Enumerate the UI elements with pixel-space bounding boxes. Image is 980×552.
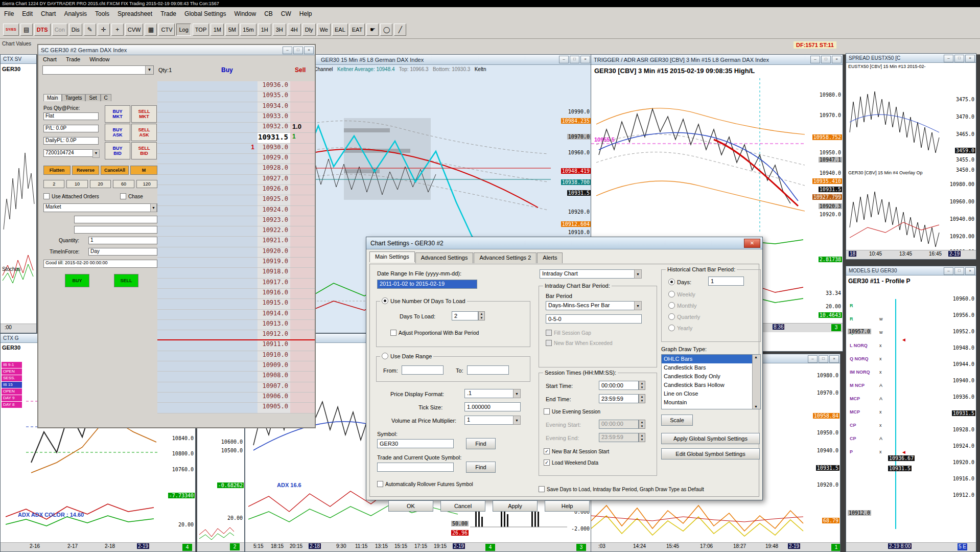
close-button[interactable]: × bbox=[829, 355, 839, 363]
ladder-buy-cell[interactable] bbox=[157, 393, 258, 402]
new-bar-exceeded-checkbox[interactable]: New Bar When Exceeded bbox=[546, 340, 613, 346]
qty-preset-button[interactable]: 120 bbox=[136, 180, 157, 188]
minimize-button[interactable]: – bbox=[283, 47, 292, 54]
yearly-radio[interactable]: Yearly bbox=[668, 325, 692, 331]
ladder-buy-cell[interactable] bbox=[157, 237, 258, 246]
menu-item[interactable]: Trade bbox=[61, 55, 85, 64]
ladder-sell-cell[interactable] bbox=[290, 258, 315, 267]
scale-button[interactable]: Scale bbox=[661, 415, 693, 426]
new-bar-session-checkbox[interactable]: New Bar At Session Start bbox=[544, 448, 609, 454]
ladder-row[interactable]: 10932.0 1.0 bbox=[157, 123, 315, 133]
ladder-buy-cell[interactable] bbox=[157, 81, 258, 91]
chevron-down-icon[interactable]: ▼ bbox=[150, 203, 157, 212]
ladder-row[interactable]: 10920.0 bbox=[157, 247, 315, 258]
timeframe-3h-button[interactable]: 3H bbox=[273, 24, 286, 36]
tick-size-field[interactable] bbox=[464, 402, 521, 411]
price-chart[interactable] bbox=[591, 78, 805, 232]
ladder-sell-cell[interactable] bbox=[290, 226, 315, 236]
ladder-sell-cell[interactable] bbox=[290, 185, 315, 195]
ladder-row[interactable]: 10912.0 bbox=[157, 330, 315, 340]
chevron-down-icon[interactable]: ▼ bbox=[92, 149, 100, 158]
maximize-button[interactable]: □ bbox=[821, 56, 831, 63]
chevron-down-icon[interactable]: ▼ bbox=[634, 301, 642, 310]
minimize-button[interactable]: – bbox=[810, 56, 820, 63]
ladder-buy-cell[interactable] bbox=[157, 320, 258, 330]
ladder-sell-cell[interactable] bbox=[290, 382, 315, 392]
ladder-sell-cell[interactable] bbox=[290, 102, 315, 112]
load-weekend-checkbox[interactable]: Load Weekend Data bbox=[544, 459, 598, 466]
menu-item[interactable]: Window bbox=[230, 10, 260, 17]
ladder-row[interactable]: 10928.0 bbox=[157, 164, 315, 174]
eat-button[interactable]: EAT bbox=[349, 24, 365, 36]
graph-type-option[interactable]: Mountain bbox=[662, 398, 760, 407]
ladder-sell-cell[interactable] bbox=[290, 372, 315, 381]
timeframe-weekly-button[interactable]: We bbox=[317, 24, 331, 36]
action-button[interactable]: CancelAll bbox=[101, 166, 129, 175]
ladder-buy-cell[interactable] bbox=[157, 91, 258, 101]
date-range-value[interactable]: 2011-01-02 to 2015-02-19 bbox=[377, 280, 477, 289]
chart-area[interactable]: EUSTX50 [CBV] 15 Min #13 2015-02- 3475.0… bbox=[846, 63, 976, 259]
ladder-buy-cell[interactable] bbox=[157, 268, 258, 278]
to-field[interactable] bbox=[467, 365, 509, 375]
ladder-buy-cell[interactable] bbox=[157, 403, 258, 412]
window-trading-dom[interactable]: SC GER30 #2 German DAX Index – □ × Chart… bbox=[37, 44, 316, 428]
ladder-sell-cell[interactable] bbox=[290, 81, 315, 91]
order-button[interactable]: SELL MKT bbox=[131, 105, 157, 123]
ladder-row[interactable]: 10918.0 bbox=[157, 268, 315, 278]
order-button[interactable]: BUY ASK bbox=[105, 124, 130, 141]
ladder-sell-cell[interactable]: 1 bbox=[290, 133, 315, 143]
chase-checkbox[interactable]: Chase bbox=[120, 193, 143, 199]
ladder-row[interactable]: 10927.0 bbox=[157, 175, 315, 185]
window-title[interactable]: CTX SV bbox=[1, 55, 36, 64]
ladder-sell-cell[interactable] bbox=[290, 330, 315, 339]
eal-button[interactable]: EAL bbox=[332, 24, 348, 36]
ladder-sell-cell[interactable] bbox=[290, 268, 315, 278]
ladder-sell-cell[interactable] bbox=[290, 216, 315, 226]
ladder-buy-cell[interactable] bbox=[157, 216, 258, 226]
ladder-buy-cell[interactable] bbox=[157, 102, 258, 112]
ladder-row[interactable]: 10926.0 bbox=[157, 185, 315, 195]
ladder-buy-cell[interactable] bbox=[157, 185, 258, 195]
graph-type-option[interactable]: Line on Close bbox=[662, 389, 760, 398]
ladder-buy-cell[interactable] bbox=[157, 351, 258, 361]
ladder-buy-cell[interactable] bbox=[157, 289, 258, 298]
account-combo[interactable]: 7200104724 bbox=[43, 149, 99, 157]
ladder-buy-cell[interactable] bbox=[157, 340, 258, 350]
qty-preset-button[interactable]: 2 bbox=[43, 180, 64, 188]
menu-item[interactable]: Tools bbox=[91, 10, 113, 17]
ladder-buy-cell[interactable] bbox=[157, 258, 258, 267]
minimize-button[interactable]: – bbox=[559, 56, 569, 63]
chart-area[interactable]: GER30 #11 - Profile P R R w Q w bbox=[846, 275, 976, 551]
bar-period-custom-field[interactable] bbox=[546, 314, 642, 324]
menu-item[interactable]: CB bbox=[260, 10, 277, 17]
disconnect-button[interactable]: Dis bbox=[69, 24, 82, 36]
sell-button[interactable]: SELL bbox=[114, 274, 138, 287]
plus-icon[interactable]: + bbox=[111, 24, 124, 36]
ladder-sell-cell[interactable] bbox=[290, 154, 315, 164]
timeframe-4h-button[interactable]: 4H bbox=[288, 24, 301, 36]
ladder-row[interactable]: 10908.0 bbox=[157, 372, 315, 382]
graph-type-option[interactable]: Candlestick Body Only bbox=[662, 372, 760, 381]
quarterly-radio[interactable]: Quarterly bbox=[668, 313, 700, 320]
window-ctx-sv[interactable]: CTX SV GER30 Stochas :00 bbox=[0, 54, 37, 333]
start-time-field[interactable] bbox=[599, 381, 639, 390]
minimize-button[interactable]: – bbox=[944, 267, 953, 275]
ladder-buy-cell[interactable] bbox=[157, 310, 258, 319]
price2-combo[interactable] bbox=[74, 226, 157, 234]
graph-type-option[interactable]: Candlestick Bars bbox=[662, 363, 760, 372]
ladder-sell-cell[interactable] bbox=[290, 393, 315, 402]
ladder-buy-cell[interactable] bbox=[157, 175, 258, 185]
menu-item[interactable]: Spreadsheet bbox=[113, 10, 156, 17]
bar-period-dropdown[interactable]: Days-Mins-Secs Per Bar bbox=[546, 301, 642, 310]
vap-dropdown[interactable]: 1 bbox=[464, 416, 521, 425]
help-button[interactable]: Help bbox=[545, 500, 590, 512]
dts-button[interactable]: DTS bbox=[34, 24, 51, 36]
order-type-combo[interactable]: Market bbox=[43, 203, 157, 212]
ladder-buy-cell[interactable]: 1 bbox=[157, 144, 258, 153]
tif-combo[interactable]: Day bbox=[88, 248, 157, 256]
grid-icon[interactable]: ▦ bbox=[145, 24, 157, 36]
ladder-buy-cell[interactable] bbox=[157, 226, 258, 236]
ladder-buy-cell[interactable] bbox=[157, 154, 258, 164]
chart-type-dropdown[interactable]: Intraday Chart bbox=[540, 269, 642, 279]
menu-item[interactable]: Chart bbox=[38, 55, 61, 64]
